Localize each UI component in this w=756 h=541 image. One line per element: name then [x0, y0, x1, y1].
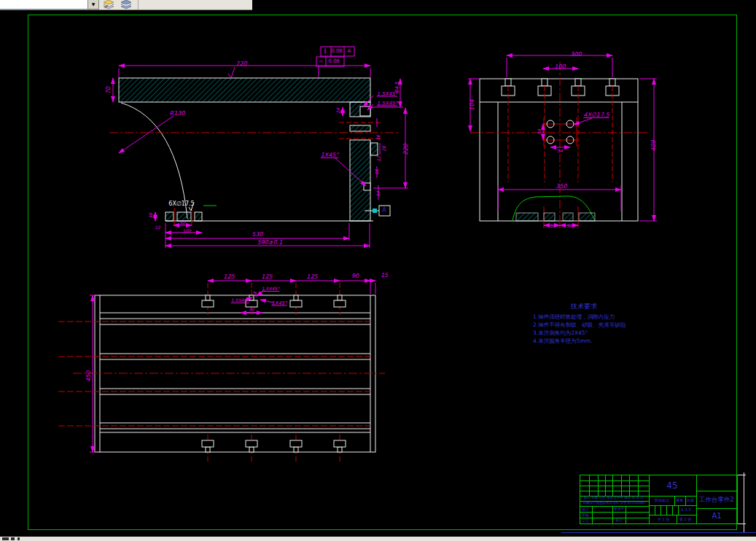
stage-label: 阶段标记 [655, 499, 669, 502]
toolbar-separator [138, 0, 139, 9]
row-check: 审核 [582, 513, 589, 517]
technical-requirements: 技术要求 1.铸件须经时效处理，消除内应力 2.铸件不得有裂纹、砂眼、夹渣等缺陷… [533, 302, 671, 345]
status-text-fragment [11, 537, 15, 540]
sheets-no: 第 1 张 [679, 518, 691, 521]
sheets-blue-icon[interactable] [120, 0, 133, 9]
material-spec: 45 [666, 481, 677, 490]
plan-view [58, 281, 385, 462]
layer-dropdown[interactable] [0, 0, 88, 9]
front-section-view [109, 47, 408, 248]
tech-item: 1.铸件须经时效处理，消除内应力 [533, 313, 671, 321]
part-name: 工作台零件2 [699, 497, 734, 503]
tech-title: 技术要求 [571, 302, 671, 311]
revision-header-row: 标记 处数 分区 更改文件号 签名 年 月 日 [584, 497, 644, 500]
tech-item: 3.未注倒角均为2X45° [533, 329, 671, 337]
tech-item: 2.铸件不得有裂纹、砂眼、夹渣等缺陷 [533, 321, 671, 329]
status-bar [0, 537, 756, 541]
row-note: 备注 [616, 519, 623, 523]
sheets-total: 共 1 张 [658, 518, 669, 521]
drawing-canvas[interactable] [0, 0, 756, 541]
row-process: 工艺 [582, 519, 589, 523]
toolbar: ▼ [0, 0, 252, 10]
tech-item: 4.未注圆角半径为5mm. [533, 337, 671, 345]
sheet-size: A1 [712, 513, 721, 520]
row-standard: 标准化 [614, 507, 624, 511]
status-text-fragment [17, 537, 20, 540]
dropdown-arrow-button[interactable]: ▼ [87, 0, 99, 9]
ratio-label: 比例 [687, 499, 694, 502]
row-design: 设计 [582, 507, 589, 511]
side-view [468, 55, 657, 230]
major-and-id-row: 机械设计制造及其自动化 学号 811020807 [582, 502, 646, 505]
application-window: 72070R1301.5X45°1.5X45°94.52416261216142… [0, 0, 756, 541]
weight-label: 重量 [676, 499, 683, 502]
status-text-fragment [2, 537, 9, 540]
scale-value: 1:3.5 [681, 508, 691, 513]
sheets-yellow-icon[interactable] [102, 0, 115, 9]
